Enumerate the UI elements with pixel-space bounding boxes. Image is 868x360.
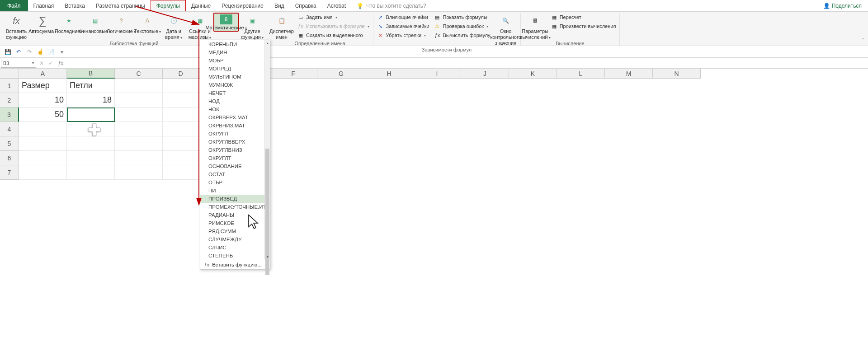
dropdown-scrollbar[interactable]: ▴ ▾ xyxy=(264,40,270,259)
menu-tab[interactable]: Рецензирование xyxy=(216,0,269,11)
define-name-button[interactable]: ▭Задать имя▾ xyxy=(295,13,371,22)
col-header[interactable]: N xyxy=(653,69,701,79)
autosum-button[interactable]: ∑ Автосумма▾ xyxy=(30,13,55,34)
cell[interactable] xyxy=(163,122,199,136)
dropdown-item[interactable]: РАДИАНЫ xyxy=(200,211,270,219)
evaluate-button[interactable]: ƒxВычислить формулу xyxy=(432,31,492,40)
col-header[interactable]: G xyxy=(317,69,365,79)
remove-arrows-button[interactable]: ✕Убрать стрелки▾ xyxy=(375,31,431,40)
math-button[interactable]: θ Математические▾ xyxy=(213,13,239,32)
insert-function-button[interactable]: fx Вставить функцию xyxy=(4,13,29,40)
name-manager-button[interactable]: 📋 Диспетчер имен xyxy=(269,13,294,40)
name-box[interactable]: B3▾ xyxy=(1,59,36,68)
dropdown-item[interactable]: ОТБР xyxy=(200,178,270,187)
cancel-icon[interactable]: ✕ xyxy=(37,60,46,66)
cell[interactable] xyxy=(163,93,199,108)
menu-file[interactable]: Файл xyxy=(0,0,28,11)
cell[interactable]: 10 xyxy=(19,93,67,108)
col-header[interactable]: B xyxy=(67,69,115,79)
cell[interactable]: 18 xyxy=(67,93,115,108)
undo-icon[interactable]: ↶ xyxy=(14,48,23,56)
dropdown-item[interactable]: МОПРЕД xyxy=(200,65,270,73)
dropdown-item[interactable]: ПРОМЕЖУТОЧНЫЕ.ИТОГИ xyxy=(200,203,270,211)
menu-tab[interactable]: Разметка страницы xyxy=(90,0,151,11)
menu-tab[interactable]: Главная xyxy=(28,0,60,11)
cell[interactable] xyxy=(115,151,163,165)
cell[interactable] xyxy=(163,108,199,122)
cell[interactable] xyxy=(115,93,163,108)
select-all-button[interactable] xyxy=(0,69,19,79)
cell[interactable] xyxy=(19,151,67,165)
row-header[interactable]: 5 xyxy=(0,136,19,151)
use-in-formula-button[interactable]: ƒxИспользовать в формуле▾ xyxy=(295,22,371,31)
dropdown-item[interactable]: ОКРУГЛВВЕРХ xyxy=(200,138,270,146)
menu-tab[interactable]: Вставка xyxy=(59,0,90,11)
text-button[interactable]: A Текстовые▾ xyxy=(135,13,160,34)
scroll-up-icon[interactable]: ▴ xyxy=(265,40,270,46)
col-header[interactable]: C xyxy=(115,69,163,79)
cell[interactable] xyxy=(19,122,67,136)
create-from-selection-button[interactable]: ▦Создать из выделенного xyxy=(295,31,371,40)
col-header[interactable]: F xyxy=(269,69,317,79)
trace-dependents-button[interactable]: ↘Зависимые ячейки xyxy=(375,22,431,31)
menu-tab[interactable]: Справка xyxy=(290,0,322,11)
dropdown-item[interactable]: СЛЧИС xyxy=(200,243,270,252)
cell[interactable]: Петли xyxy=(67,79,115,93)
cell[interactable] xyxy=(115,136,163,151)
dropdown-item[interactable]: ОСТАТ xyxy=(200,170,270,178)
datetime-button[interactable]: 🕓 Дата и время▾ xyxy=(161,13,186,40)
scroll-down-icon[interactable]: ▾ xyxy=(265,254,270,259)
cell[interactable] xyxy=(115,79,163,93)
formula-input[interactable] xyxy=(66,59,868,68)
dropdown-item[interactable]: ОКРУГЛТ xyxy=(200,154,270,162)
dropdown-item[interactable]: ОКРВНИЗ.МАТ xyxy=(200,122,270,130)
share-button[interactable]: 👤 Поделиться xyxy=(817,0,868,11)
redo-icon[interactable]: ↷ xyxy=(25,48,33,56)
calc-sheet-button[interactable]: ▦Произвести вычисления xyxy=(549,22,618,31)
dropdown-item[interactable]: НОК xyxy=(200,105,270,113)
cell[interactable] xyxy=(67,122,115,136)
cell[interactable] xyxy=(115,122,163,136)
cell[interactable]: Размер xyxy=(19,79,67,93)
dropdown-item[interactable]: ПИ xyxy=(200,187,270,195)
row-header[interactable]: 1 xyxy=(0,79,19,93)
more-functions-button[interactable]: ▣ Другие функции▾ xyxy=(240,13,265,40)
dropdown-item[interactable]: МЕДИН xyxy=(200,48,270,56)
fx-button[interactable]: ƒx xyxy=(55,60,66,66)
dropdown-item[interactable]: ОКРУГЛ xyxy=(200,130,270,138)
col-header[interactable]: M xyxy=(605,69,653,79)
dropdown-item[interactable]: СТЕПЕНЬ xyxy=(200,252,270,260)
dropdown-item[interactable]: РИМСКОЕ xyxy=(200,219,270,227)
dropdown-item[interactable]: МУМНОЖ xyxy=(200,81,270,89)
dropdown-item[interactable]: КОРЕНЬПИ xyxy=(200,40,270,48)
enter-icon[interactable]: ✓ xyxy=(46,60,55,66)
menu-tab[interactable]: Вид xyxy=(269,0,290,11)
cell[interactable] xyxy=(115,108,163,122)
collapse-ribbon-button[interactable]: ˄ xyxy=(860,13,866,46)
col-header[interactable]: J xyxy=(461,69,509,79)
row-header[interactable]: 2 xyxy=(0,93,19,108)
recent-button[interactable]: ★ Последние▾ xyxy=(56,13,81,34)
financial-button[interactable]: ▤ Финансовые▾ xyxy=(82,13,108,34)
row-header[interactable]: 4 xyxy=(0,122,19,136)
menu-tab[interactable]: Данные xyxy=(186,0,216,11)
cell[interactable] xyxy=(19,136,67,151)
row-header[interactable]: 3 xyxy=(0,108,19,122)
touch-icon[interactable]: ☝ xyxy=(36,48,44,56)
menu-tab[interactable]: Acrobat xyxy=(322,0,351,11)
dropdown-item[interactable]: РЯД.СУММ xyxy=(200,227,270,235)
dropdown-item[interactable]: МОБР xyxy=(200,56,270,65)
watch-window-button[interactable]: 🔍 Окно контрольного значения xyxy=(493,13,519,47)
selected-cell[interactable] xyxy=(67,108,115,122)
show-formulas-button[interactable]: ▤Показать формулы xyxy=(432,13,492,22)
dropdown-item[interactable]: НОД xyxy=(200,97,270,105)
col-header[interactable]: D xyxy=(163,69,199,79)
tell-me-search[interactable]: 💡 Что вы хотите сделать? xyxy=(351,0,432,11)
cell[interactable] xyxy=(163,165,199,180)
calc-now-button[interactable]: ▦Пересчет xyxy=(549,13,618,22)
dropdown-item[interactable]: ОКРУГЛВНИЗ xyxy=(200,146,270,154)
cell[interactable] xyxy=(19,165,67,180)
dropdown-item[interactable]: ОСНОВАНИЕ xyxy=(200,162,270,170)
col-header[interactable]: K xyxy=(509,69,557,79)
col-header[interactable]: I xyxy=(413,69,461,79)
